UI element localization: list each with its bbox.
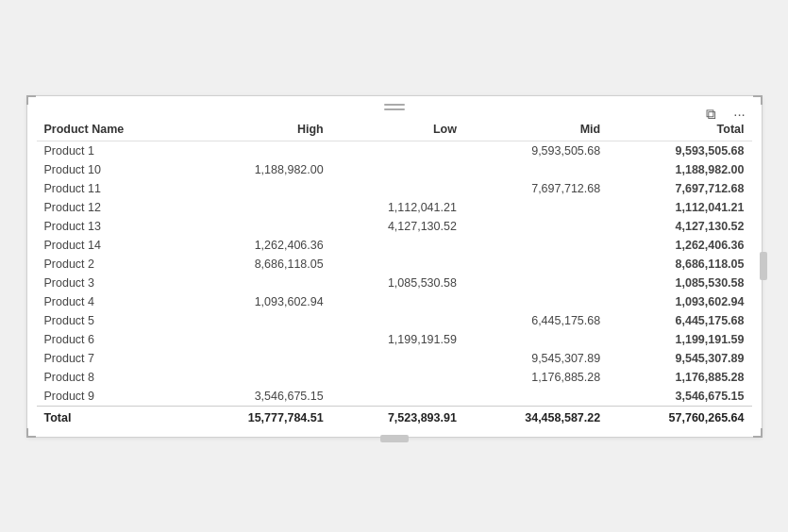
cell-low (331, 255, 464, 274)
cell-low (331, 236, 464, 255)
table-totals-row: Total15,777,784.517,523,893.9134,458,587… (37, 406, 752, 427)
cell-high (187, 217, 330, 236)
table-row: Product 134,127,130.524,127,130.52 (37, 217, 752, 236)
cell-low (331, 292, 464, 311)
cell-product: Product 10 (37, 160, 188, 179)
col-header-mid: Mid (464, 118, 608, 141)
cell-mid (464, 236, 608, 255)
cell-product: Product 3 (37, 274, 188, 292)
corner-handle-bl[interactable] (26, 428, 36, 438)
cell-mid (464, 387, 608, 407)
cell-high: 8,686,118.05 (187, 255, 330, 274)
cell-low (331, 349, 464, 368)
table-row: Product 121,112,041.211,112,041.21 (37, 198, 752, 217)
total-cell-mid: 34,458,587.22 (464, 406, 608, 427)
cell-mid (464, 255, 608, 274)
cell-product: Product 4 (37, 292, 188, 311)
table-row: Product 81,176,885.281,176,885.28 (37, 368, 752, 387)
cell-mid (464, 198, 608, 217)
cell-high (187, 330, 330, 349)
cell-total: 7,697,712.68 (608, 179, 751, 198)
cell-low (331, 368, 464, 387)
cell-total: 1,085,530.58 (608, 274, 751, 292)
cell-product: Product 12 (37, 198, 188, 217)
cell-total: 9,593,505.68 (608, 141, 751, 160)
cell-total: 8,686,118.05 (608, 255, 751, 274)
drag-handle[interactable] (384, 104, 405, 110)
cell-mid (464, 160, 608, 179)
cell-mid (464, 292, 608, 311)
cell-total: 1,262,406.36 (608, 236, 751, 255)
cell-high (187, 368, 330, 387)
cell-total: 1,112,041.21 (608, 198, 751, 217)
cell-mid (464, 330, 608, 349)
table-row: Product 117,697,712.687,697,712.68 (37, 179, 752, 198)
cell-product: Product 8 (37, 368, 188, 387)
cell-mid: 7,697,712.68 (464, 179, 608, 198)
cell-total: 1,176,885.28 (608, 368, 751, 387)
cell-low: 1,085,530.58 (331, 274, 464, 292)
header-icons: ⧉ ··· (701, 104, 750, 125)
product-table: Product Name High Low Mid Total Product … (37, 118, 752, 427)
cell-product: Product 7 (37, 349, 188, 368)
cell-product: Product 14 (37, 236, 188, 255)
table-wrapper: Product Name High Low Mid Total Product … (27, 114, 762, 437)
cell-low (331, 179, 464, 198)
table-row: Product 101,188,982.001,188,982.00 (37, 160, 752, 179)
cell-mid: 9,545,307.89 (464, 349, 608, 368)
data-table-card: ⧉ ··· Product Name High Low Mid Total Pr… (26, 95, 763, 438)
card-header: ⧉ ··· (27, 96, 762, 114)
cell-high (187, 311, 330, 330)
table-row: Product 79,545,307.899,545,307.89 (37, 349, 752, 368)
table-row: Product 28,686,118.058,686,118.05 (37, 255, 752, 274)
table-row: Product 41,093,602.941,093,602.94 (37, 292, 752, 311)
cell-high (187, 274, 330, 292)
cell-high: 1,188,982.00 (187, 160, 330, 179)
resize-handle-right[interactable] (760, 252, 767, 280)
cell-total: 9,545,307.89 (608, 349, 751, 368)
cell-total: 1,199,191.59 (608, 330, 751, 349)
resize-handle-bottom[interactable] (380, 435, 409, 442)
more-options-icon[interactable]: ··· (729, 104, 750, 125)
cell-product: Product 13 (37, 217, 188, 236)
cell-product: Product 6 (37, 330, 188, 349)
table-row: Product 141,262,406.361,262,406.36 (37, 236, 752, 255)
total-cell-total: 57,760,265.64 (608, 406, 751, 427)
cell-total: 1,093,602.94 (608, 292, 751, 311)
cell-mid (464, 217, 608, 236)
cell-low (331, 141, 464, 160)
table-row: Product 56,445,175.686,445,175.68 (37, 311, 752, 330)
table-row: Product 19,593,505.689,593,505.68 (37, 141, 752, 160)
col-header-high: High (187, 118, 330, 141)
cell-high: 1,093,602.94 (187, 292, 330, 311)
cell-mid: 6,445,175.68 (464, 311, 608, 330)
cell-high (187, 198, 330, 217)
cell-product: Product 11 (37, 179, 188, 198)
cell-low (331, 160, 464, 179)
total-cell-product: Total (37, 406, 188, 427)
cell-product: Product 5 (37, 311, 188, 330)
corner-handle-br[interactable] (753, 428, 763, 438)
cell-high: 1,262,406.36 (187, 236, 330, 255)
cell-high (187, 179, 330, 198)
cell-total: 1,188,982.00 (608, 160, 751, 179)
cell-total: 6,445,175.68 (608, 311, 751, 330)
expand-icon[interactable]: ⧉ (701, 104, 722, 125)
cell-total: 3,546,675.15 (608, 387, 751, 407)
cell-product: Product 2 (37, 255, 188, 274)
cell-mid (464, 274, 608, 292)
table-row: Product 61,199,191.591,199,191.59 (37, 330, 752, 349)
cell-high: 3,546,675.15 (187, 387, 330, 407)
cell-high (187, 349, 330, 368)
col-header-low: Low (331, 118, 464, 141)
cell-mid: 9,593,505.68 (464, 141, 608, 160)
total-cell-high: 15,777,784.51 (187, 406, 330, 427)
cell-low (331, 311, 464, 330)
cell-total: 4,127,130.52 (608, 217, 751, 236)
total-cell-low: 7,523,893.91 (331, 406, 464, 427)
cell-high (187, 141, 330, 160)
table-row: Product 31,085,530.581,085,530.58 (37, 274, 752, 292)
table-row: Product 93,546,675.153,546,675.15 (37, 387, 752, 407)
cell-low: 1,112,041.21 (331, 198, 464, 217)
table-header-row: Product Name High Low Mid Total (37, 118, 752, 141)
